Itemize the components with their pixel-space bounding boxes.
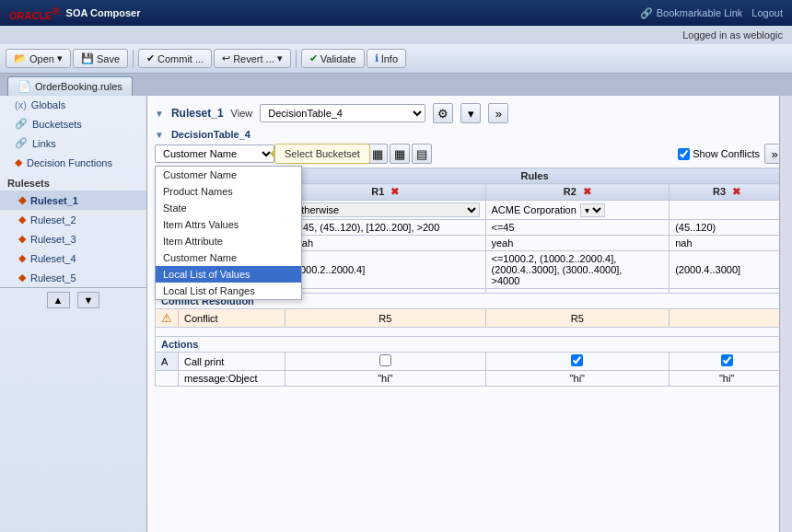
revert-dropdown-icon: ▾: [277, 52, 283, 64]
ruleset-expand-icon: ▼: [155, 109, 164, 119]
dropdown-product-names[interactable]: Product Names: [156, 183, 301, 200]
sidebar-item-ruleset1[interactable]: ◆ Ruleset_1: [0, 191, 146, 210]
dropdown-local-list-values[interactable]: Local List of Values: [156, 266, 301, 283]
call-print-row: A Call print: [156, 353, 785, 371]
cp-r1: [285, 353, 485, 371]
open-dropdown-icon: ▾: [57, 52, 63, 64]
show-conflicts-container: Show Conflicts: [678, 148, 760, 160]
info-button[interactable]: ℹ Info: [367, 49, 406, 68]
header-right: 🔗 Bookmarkable Link Logout: [640, 7, 783, 19]
conflict-label: Conflict: [179, 309, 285, 328]
ip-r2: <=1000.2, (1000.2..2000.4], (2000.4..300…: [485, 251, 670, 289]
dropdown-customer-name-2[interactable]: Customer Name: [156, 249, 301, 266]
cp-r2: [485, 353, 670, 371]
column-dropdown: Customer Name Product Names State Item A…: [155, 166, 302, 300]
sidebar-item-ruleset4[interactable]: ◆ Ruleset_4: [0, 249, 146, 268]
cn-r2: <=45: [485, 220, 670, 236]
grid2-icon-button[interactable]: ▦: [390, 144, 410, 164]
bookmarkable-link[interactable]: Bookmarkable Link: [657, 7, 743, 18]
tab-orderbooking[interactable]: 📄 OrderBooking.rules: [7, 76, 133, 96]
sidebar-item-decision-functions[interactable]: ◆ Decision Functions: [0, 153, 146, 172]
conflict-r2: R5: [485, 309, 670, 328]
revert-button[interactable]: ↩ Revert ... ▾: [214, 49, 291, 68]
save-button[interactable]: 💾 Save: [73, 49, 128, 68]
validate-icon: ✔: [309, 52, 318, 64]
th2-r3: R3 ✖: [670, 184, 785, 201]
r2-close-button[interactable]: ✖: [583, 186, 591, 197]
decision-functions-icon: ◆: [15, 156, 22, 168]
ip-r1: (1000.2..2000.4]: [285, 251, 485, 289]
dropdown-item-attrs-values[interactable]: Item Attrs Values: [156, 216, 301, 233]
cp-r1-checkbox[interactable]: [379, 354, 391, 366]
mo-label: message:Object: [179, 371, 285, 387]
cp-r3-checkbox[interactable]: [721, 354, 733, 366]
mo-expand: [156, 371, 179, 387]
sidebar-item-ruleset3[interactable]: ◆ Ruleset_3: [0, 229, 146, 249]
cp-label: Call print: [179, 353, 285, 371]
sidebar-up-button[interactable]: ▲: [47, 292, 70, 308]
validate-button[interactable]: ✔ Validate: [301, 49, 365, 68]
actions-header-row: Actions: [156, 337, 785, 353]
otherwise-r1-select[interactable]: otherwise: [291, 202, 479, 217]
ruleset-title: Ruleset_1: [171, 107, 224, 120]
toolbar-separator-2: [296, 50, 297, 68]
otherwise-r2: ACME Corporation ▾: [485, 201, 670, 220]
vertical-scrollbar[interactable]: [779, 96, 792, 532]
show-conflicts-label: Show Conflicts: [693, 148, 760, 159]
info-icon: ℹ: [375, 52, 379, 64]
oracle-logo: ORACLE®: [9, 6, 60, 21]
view-settings-button[interactable]: ⚙: [433, 103, 453, 123]
save-icon: 💾: [81, 52, 94, 64]
conflict-r1: R5: [285, 309, 485, 328]
open-button[interactable]: 📂 Open ▾: [6, 49, 71, 68]
dt-header: ▼ DecisionTable_4: [155, 129, 785, 140]
content-area: ▼ Ruleset_1 View DecisionTable_4 ⚙ ▾ » ▼…: [147, 96, 792, 532]
dropdown-customer-name-1[interactable]: Customer Name: [156, 167, 301, 183]
acme-select[interactable]: ▾: [580, 203, 605, 217]
dt-title: DecisionTable_4: [171, 129, 250, 140]
conflict-icon-cell: ⚠: [156, 309, 179, 328]
r1-close-button[interactable]: ✖: [390, 186, 399, 197]
otherwise-r1: otherwise: [285, 201, 485, 220]
mo-r1: "hi": [285, 371, 485, 387]
yeah-r3: nah: [670, 236, 785, 251]
soa-logo: SOA Composer: [64, 7, 141, 18]
yeah-r1: yeah: [285, 236, 485, 251]
ip-r3: (2000.4..3000]: [670, 251, 785, 289]
r3-close-button[interactable]: ✖: [732, 186, 740, 197]
commit-icon: ✔: [146, 52, 155, 64]
empty-row-2: [156, 328, 785, 337]
main-area: (x) Globals 🔗 Bucketsets 🔗 Links ◆ Decis…: [0, 96, 792, 532]
dropdown-local-list-ranges[interactable]: Local List of Ranges: [156, 283, 301, 299]
yeah-r2: yeah: [485, 236, 670, 251]
sidebar-item-ruleset5[interactable]: ◆ Ruleset_5: [0, 268, 146, 287]
ruleset5-icon: ◆: [18, 272, 26, 283]
message-object-row: message:Object "hi" "hi" "hi": [156, 371, 785, 387]
logout-link[interactable]: Logout: [751, 7, 783, 18]
column-selector[interactable]: Customer Name: [155, 145, 274, 163]
view-menu-button[interactable]: ▾: [460, 103, 481, 123]
revert-icon: ↩: [222, 52, 230, 64]
sidebar-item-ruleset2[interactable]: ◆ Ruleset_2: [0, 210, 146, 229]
cp-r2-checkbox[interactable]: [571, 354, 583, 366]
sidebar-item-links[interactable]: 🔗 Links: [0, 133, 146, 153]
chain-icon: 🔗: [640, 7, 653, 19]
commit-button[interactable]: ✔ Commit ...: [138, 49, 212, 68]
grid3-icon-button[interactable]: ▤: [412, 144, 432, 164]
toolbar-separator-1: [133, 50, 134, 68]
grid-icon-button[interactable]: ▦: [367, 144, 388, 164]
dropdown-state[interactable]: State: [156, 200, 301, 216]
cn-r2-le45: <=45: [492, 222, 515, 233]
view-select[interactable]: DecisionTable_4: [260, 104, 425, 122]
sidebar-item-bucketsets[interactable]: 🔗 Bucketsets: [0, 114, 146, 133]
sidebar-down-button[interactable]: ▼: [77, 292, 100, 308]
th-rules: Rules: [285, 168, 785, 184]
th2-r2: R2 ✖: [485, 184, 670, 201]
th2-r1: R1 ✖: [285, 184, 485, 201]
dropdown-item-attribute[interactable]: Item Attribute: [156, 233, 301, 249]
ruleset-header: ▼ Ruleset_1 View DecisionTable_4 ⚙ ▾ »: [155, 103, 785, 123]
view-more-button[interactable]: »: [488, 103, 508, 123]
conflict-r3: [670, 309, 785, 328]
sidebar-item-globals[interactable]: (x) Globals: [0, 96, 146, 114]
show-conflicts-checkbox[interactable]: [678, 148, 690, 160]
